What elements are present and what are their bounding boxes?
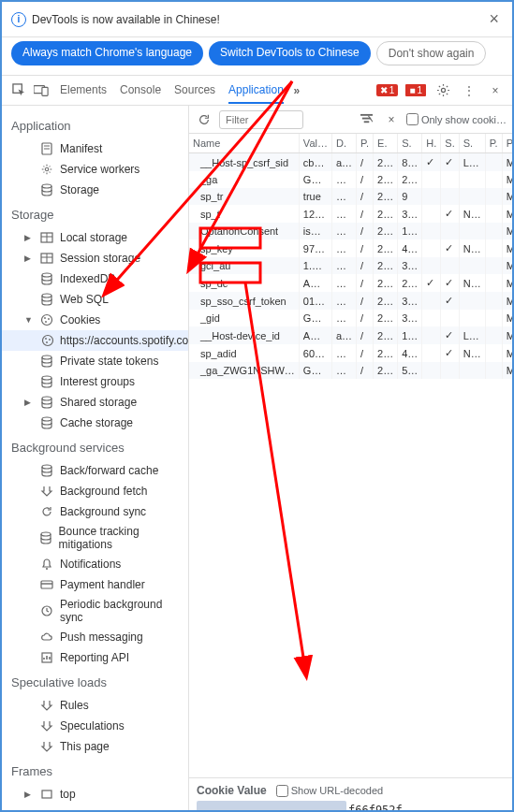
sidebar-item[interactable]: Storage — [2, 180, 188, 200]
table-row[interactable]: sp_sso_csrf_token01……/2…3…✓M. — [189, 292, 512, 310]
sidebar-item-label: Shared storage — [60, 396, 137, 409]
table-cell — [485, 188, 502, 205]
sidebar-item[interactable]: IndexedDB — [2, 268, 188, 289]
device-toggle-icon[interactable] — [32, 81, 51, 100]
column-header[interactable]: Val… — [299, 134, 331, 153]
dont-show-button[interactable]: Don't show again — [376, 41, 487, 65]
issue-badge[interactable]: ■ 1 — [405, 84, 426, 96]
sidebar-item[interactable]: ▶top — [2, 784, 188, 805]
table-row[interactable]: OptanonConsentisG……/2…1…M. — [189, 223, 512, 239]
table-cell: M. — [502, 362, 512, 379]
cookies-table[interactable]: NameVal…D.P.E.S.H.S.S.P.P. __Host-sp_csr… — [189, 134, 512, 379]
refresh-icon[interactable] — [195, 110, 213, 129]
column-header[interactable]: P. — [485, 134, 502, 153]
column-header[interactable]: S. — [459, 134, 485, 153]
expand-icon[interactable]: ▶ — [24, 254, 34, 263]
column-header[interactable]: S. — [441, 134, 459, 153]
column-header[interactable]: H. — [422, 134, 441, 153]
column-header[interactable]: P. — [502, 134, 512, 153]
sidebar-item[interactable]: ▶Shared storage — [2, 392, 188, 413]
column-header[interactable]: Name — [189, 134, 299, 153]
kebab-icon[interactable]: ⋮ — [460, 81, 478, 100]
sidebar-item[interactable]: ▼Cookies — [2, 310, 188, 330]
table-row[interactable]: _gaGA……/2…2…M. — [189, 171, 512, 188]
table-cell: N… — [459, 274, 485, 292]
sidebar-item[interactable]: Speculations — [2, 716, 188, 736]
table-cell: … — [331, 205, 356, 223]
table-row[interactable]: sp_adid60……/2…4…✓N…M. — [189, 344, 512, 362]
table-cell: gcl_au — [189, 257, 299, 274]
error-badge[interactable]: ✖ 1 — [376, 84, 399, 96]
sidebar-item[interactable]: Cache storage — [2, 413, 188, 433]
sidebar-item[interactable]: Service workers — [2, 159, 188, 180]
sidebar-item[interactable]: Interest groups — [2, 371, 188, 392]
sidebar-item[interactable]: Bounce tracking mitigations — [2, 522, 188, 554]
svg-point-22 — [45, 338, 47, 340]
table-row[interactable]: sp_key97f……/2…4…✓N…M. — [189, 239, 512, 257]
close-icon[interactable]: × — [485, 9, 503, 29]
table-cell: ✓ — [441, 239, 459, 257]
db-icon — [39, 395, 54, 410]
only-show-cookies-input[interactable] — [406, 113, 419, 125]
table-row[interactable]: _gidGA……/2…3…M. — [189, 310, 512, 326]
expand-icon[interactable]: ▶ — [24, 233, 34, 242]
sidebar-item[interactable]: Background fetch — [2, 481, 188, 501]
inspect-icon[interactable] — [9, 81, 28, 100]
clear-filter-icon[interactable] — [358, 110, 376, 129]
sidebar-item[interactable]: Manifest — [2, 138, 188, 159]
match-language-button[interactable]: Always match Chrome's language — [11, 41, 203, 65]
table-cell: / — [357, 344, 374, 362]
table-row[interactable]: _ga_ZWG1NSHW…GS……/2…5…M. — [189, 362, 512, 379]
sidebar-item[interactable]: ▶Session storage — [2, 248, 188, 268]
sidebar-item[interactable]: Periodic background sync — [2, 595, 188, 627]
column-header[interactable]: D. — [331, 134, 356, 153]
table-row[interactable]: sp_t12……/2…3…✓N…M. — [189, 205, 512, 223]
clear-all-icon[interactable]: × — [382, 110, 401, 129]
tab-sources[interactable]: Sources — [174, 78, 215, 104]
sidebar-item-label: top — [60, 788, 76, 801]
sidebar-item[interactable]: Background sync — [2, 501, 188, 522]
more-tabs-icon[interactable]: » — [287, 81, 306, 100]
column-header[interactable]: P. — [357, 134, 374, 153]
table-row[interactable]: __Host-device_idAQ…a…/2…1…✓L…M. — [189, 326, 512, 344]
table-cell: true — [299, 188, 331, 205]
table-cell — [441, 310, 459, 326]
sidebar-item-label: Payment handler — [60, 578, 145, 591]
filter-input[interactable] — [219, 110, 303, 129]
sidebar-item[interactable]: Web SQL — [2, 289, 188, 310]
sidebar-item[interactable]: ▶Local storage — [2, 227, 188, 248]
column-header[interactable]: E. — [374, 134, 398, 153]
sidebar-item[interactable]: Back/forward cache — [2, 460, 188, 481]
sidebar-item[interactable]: Notifications — [2, 554, 188, 574]
table-row[interactable]: gcl_au1.1……/2…3…M. — [189, 257, 512, 274]
gear-icon[interactable] — [433, 81, 452, 100]
sidebar-item[interactable]: Rules — [2, 695, 188, 716]
sidebar-item[interactable]: https://accounts.spotify.co — [2, 330, 188, 351]
sidebar-item-label: Private state tokens — [60, 355, 158, 368]
table-row[interactable]: sp_dcAQ……/2…2…✓✓N…M. — [189, 274, 512, 292]
clock-icon — [39, 603, 54, 618]
sidebar-item[interactable]: Private state tokens — [2, 351, 188, 371]
column-header[interactable]: S. — [398, 134, 422, 153]
sidebar-item[interactable]: Payment handler — [2, 574, 188, 595]
table-cell: … — [331, 171, 356, 188]
tab-console[interactable]: Console — [120, 78, 161, 104]
sidebar-item[interactable]: Push messaging — [2, 627, 188, 647]
tab-elements[interactable]: Elements — [60, 78, 107, 104]
close-panel-icon[interactable]: × — [486, 81, 505, 100]
only-show-cookies-checkbox[interactable]: Only show cooki… — [406, 113, 507, 125]
svg-point-26 — [42, 376, 51, 380]
switch-language-button[interactable]: Switch DevTools to Chinese — [209, 41, 371, 65]
expand-icon[interactable]: ▶ — [24, 790, 34, 799]
svg-point-28 — [42, 417, 51, 421]
tab-application[interactable]: Application — [228, 78, 284, 104]
table-cell: sp_dc — [189, 274, 299, 292]
expand-icon[interactable]: ▼ — [24, 315, 34, 325]
sidebar-item-label: Periodic background sync — [60, 598, 188, 624]
expand-icon[interactable]: ▶ — [24, 398, 34, 407]
table-row[interactable]: sp_trtrue…/2…9M. — [189, 188, 512, 205]
show-url-decoded-checkbox[interactable]: Show URL-decoded — [276, 785, 383, 797]
table-row[interactable]: __Host-sp_csrf_sidcb…a…/2…8…✓✓L…M. — [189, 153, 512, 172]
sidebar-item[interactable]: This page — [2, 736, 188, 757]
sidebar-item[interactable]: Reporting API — [2, 647, 188, 668]
